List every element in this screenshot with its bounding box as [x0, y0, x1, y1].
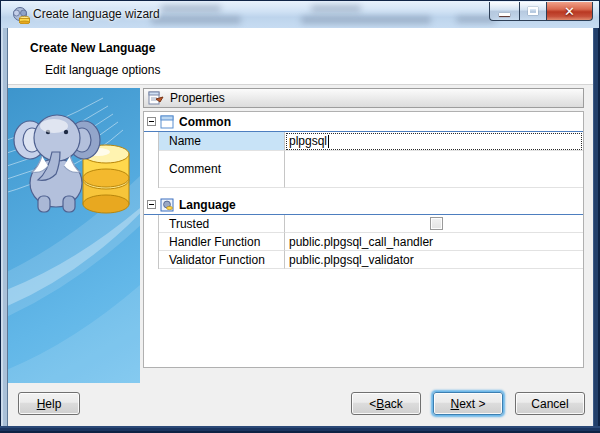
property-row-name[interactable]: Nameplpgsql: [144, 132, 583, 151]
collapse-group-button[interactable]: [147, 117, 156, 126]
group-label: Common: [179, 115, 231, 129]
row-gutter: [144, 251, 159, 269]
language-group-icon: [160, 198, 174, 212]
caption-buttons: ✕: [489, 2, 593, 21]
content-panel: Properties CommonNameplpgsqlCommentLangu…: [143, 88, 584, 383]
window-frame-left: [0, 28, 8, 433]
footer-button-bar: Help< BackNext >Cancel: [8, 383, 593, 426]
validator_function-value-cell[interactable]: public.plpgsql_validator: [285, 251, 583, 269]
properties-bar-label: Properties: [170, 91, 225, 105]
validator_function-label[interactable]: Validator Function: [159, 251, 285, 269]
glass-blur-artifact: [161, 5, 221, 12]
name-value-cell[interactable]: plpgsql: [285, 132, 583, 151]
sidebar-decoration: [8, 88, 140, 383]
row-gutter: [144, 215, 159, 233]
maximize-icon: [528, 7, 538, 15]
titlebar[interactable]: Create language wizard ✕: [0, 0, 600, 28]
create-language-wizard-window: Create language wizard ✕ Create New Lang…: [0, 0, 600, 433]
app-elephant-icon: [12, 6, 30, 24]
property-row-comment[interactable]: Comment: [144, 151, 583, 188]
properties-icon: [148, 90, 164, 106]
row-gutter: [144, 151, 159, 188]
properties-grid: CommonNameplpgsqlCommentLanguageTrustedH…: [143, 111, 584, 368]
next-button[interactable]: Next >: [433, 392, 503, 415]
group-header-common[interactable]: Common: [144, 112, 583, 132]
property-row-handler_function[interactable]: Handler Functionpublic.plpgsql_call_hand…: [144, 233, 583, 251]
wizard-step-subtitle: Edit language options: [8, 55, 593, 77]
comment-label[interactable]: Comment: [159, 151, 285, 188]
close-button[interactable]: ✕: [547, 2, 593, 21]
trusted-label[interactable]: Trusted: [159, 215, 285, 233]
client-area: Create New Language Edit language option…: [8, 28, 593, 426]
trusted-checkbox[interactable]: [430, 217, 443, 230]
minimize-icon: [499, 13, 510, 16]
window-frame-right: [593, 28, 600, 433]
comment-value-cell[interactable]: [285, 151, 583, 188]
properties-bar: Properties: [143, 88, 584, 108]
property-row-validator_function[interactable]: Validator Functionpublic.plpgsql_validat…: [144, 251, 583, 269]
glass-blur-artifact: [311, 5, 361, 12]
name-value: plpgsql: [289, 134, 327, 148]
glass-blur-artifact: [151, 16, 241, 24]
collapse-group-button[interactable]: [147, 200, 156, 209]
name-label[interactable]: Name: [159, 132, 285, 151]
handler_function-value: public.plpgsql_call_handler: [289, 235, 433, 249]
glass-blur-artifact: [301, 16, 431, 24]
back-button[interactable]: < Back: [351, 392, 421, 415]
validator_function-value: public.plpgsql_validator: [289, 253, 414, 267]
window-frame-bottom: [0, 426, 600, 433]
wizard-header: Create New Language Edit language option…: [8, 28, 593, 85]
row-gutter: [144, 132, 159, 151]
minimize-button[interactable]: [489, 2, 519, 21]
row-gutter: [144, 233, 159, 251]
window-title: Create language wizard: [33, 7, 160, 21]
maximize-button[interactable]: [519, 2, 547, 21]
cancel-button[interactable]: Cancel: [515, 392, 585, 415]
wizard-step-title: Create New Language: [8, 28, 593, 55]
property-row-trusted[interactable]: Trusted: [144, 215, 583, 233]
common-group-icon: [160, 115, 174, 129]
group-label: Language: [179, 198, 236, 212]
trusted-value-cell: [285, 215, 583, 233]
handler_function-label[interactable]: Handler Function: [159, 233, 285, 251]
group-header-language[interactable]: Language: [144, 195, 583, 215]
sidebar-artwork: [8, 88, 140, 383]
handler_function-value-cell[interactable]: public.plpgsql_call_handler: [285, 233, 583, 251]
help-button[interactable]: Help: [18, 392, 80, 415]
text-caret: [328, 135, 329, 148]
close-icon: ✕: [564, 5, 575, 18]
